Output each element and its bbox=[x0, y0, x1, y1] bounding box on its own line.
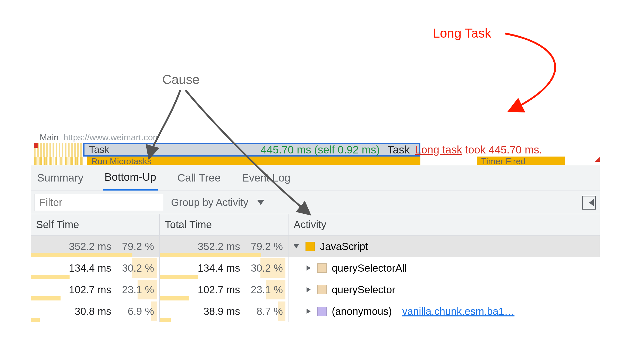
flame-warning-marker-right bbox=[595, 157, 600, 162]
flame-tooltip: 445.70 ms (self 0.92 ms) Task Long task … bbox=[261, 144, 542, 156]
activity-swatch bbox=[306, 242, 315, 251]
total-time-cell: 134.4 ms30.2 % bbox=[160, 257, 289, 279]
self-time-pct: 6.9 % bbox=[115, 306, 154, 317]
annotation-long-task: Long Task bbox=[433, 26, 491, 41]
total-time-cell: 352.2 ms79.2 % bbox=[160, 236, 289, 257]
self-time-pct: 23.1 % bbox=[115, 284, 154, 296]
bottom-up-table: Self Time Total Time Activity 352.2 ms79… bbox=[31, 214, 600, 322]
flame-tooltip-long-link[interactable]: Long task bbox=[415, 144, 462, 156]
chevron-right-icon[interactable] bbox=[307, 287, 311, 292]
flame-track-header: Main https://www.weimart.con bbox=[34, 132, 600, 143]
chevron-right-icon[interactable] bbox=[307, 265, 311, 271]
flame-graph-strip: Main https://www.weimart.con Task 445.70… bbox=[34, 132, 600, 165]
details-tabbar: Summary Bottom-Up Call Tree Event Log bbox=[31, 165, 600, 191]
chevron-down-icon bbox=[257, 200, 264, 205]
tab-bottom-up[interactable]: Bottom-Up bbox=[103, 165, 158, 191]
table-row[interactable]: 134.4 ms30.2 %134.4 ms30.2 %querySelecto… bbox=[31, 257, 600, 279]
group-by-dropdown[interactable]: Group by Activity bbox=[171, 197, 264, 208]
activity-swatch bbox=[317, 285, 327, 294]
activity-label: JavaScript bbox=[320, 241, 368, 252]
total-time-pct: 23.1 % bbox=[244, 284, 283, 296]
self-time-cell: 352.2 ms79.2 % bbox=[31, 236, 160, 257]
flame-track-label: Main bbox=[40, 132, 59, 142]
self-time-ms: 352.2 ms bbox=[69, 241, 111, 252]
total-time-ms: 38.9 ms bbox=[204, 306, 240, 317]
self-time-ms: 102.7 ms bbox=[69, 284, 111, 296]
activity-source-link[interactable]: vanilla.chunk.esm.ba1… bbox=[402, 306, 514, 317]
activity-label: querySelector bbox=[332, 284, 395, 296]
table-row[interactable]: 352.2 ms79.2 %352.2 ms79.2 %JavaScript bbox=[31, 236, 600, 257]
flame-warning-marker-left bbox=[34, 143, 38, 148]
total-time-pct: 79.2 % bbox=[244, 241, 283, 252]
total-time-ms: 134.4 ms bbox=[198, 262, 240, 274]
annotation-cause: Cause bbox=[162, 72, 200, 87]
flame-timer-bar[interactable]: Timer Fired bbox=[477, 157, 565, 166]
self-time-cell: 30.8 ms6.9 % bbox=[31, 300, 160, 322]
toggle-sidebar-icon[interactable] bbox=[582, 196, 596, 210]
total-time-pct: 30.2 % bbox=[244, 262, 283, 274]
flame-microtasks-bar[interactable]: Run Microtasks bbox=[87, 157, 420, 166]
tab-summary[interactable]: Summary bbox=[36, 165, 85, 191]
activity-swatch bbox=[317, 307, 327, 316]
table-header: Self Time Total Time Activity bbox=[31, 214, 600, 236]
activity-label: querySelectorAll bbox=[332, 262, 407, 274]
activity-cell: querySelector bbox=[289, 279, 600, 300]
activity-swatch bbox=[317, 263, 327, 273]
total-time-ms: 352.2 ms bbox=[198, 241, 240, 252]
group-by-label: Group by Activity bbox=[171, 197, 248, 208]
self-time-cell: 134.4 ms30.2 % bbox=[31, 257, 160, 279]
table-row[interactable]: 30.8 ms6.9 %38.9 ms8.7 %(anonymous) vani… bbox=[31, 300, 600, 322]
flame-barcodes-2 bbox=[34, 157, 83, 165]
tab-event-log[interactable]: Event Log bbox=[240, 165, 292, 191]
col-self-time[interactable]: Self Time bbox=[31, 214, 160, 235]
total-time-cell: 38.9 ms8.7 % bbox=[160, 300, 289, 322]
total-time-pct: 8.7 % bbox=[244, 306, 283, 317]
chevron-right-icon[interactable] bbox=[307, 309, 311, 314]
self-time-pct: 30.2 % bbox=[115, 262, 154, 274]
col-total-time[interactable]: Total Time bbox=[160, 214, 289, 235]
activity-cell: JavaScript bbox=[289, 236, 600, 257]
flame-task-label: Task bbox=[89, 144, 109, 155]
flame-tooltip-self: (self 0.92 ms) bbox=[314, 144, 380, 156]
self-time-pct: 79.2 % bbox=[115, 241, 154, 252]
self-time-cell: 102.7 ms23.1 % bbox=[31, 279, 160, 300]
tab-call-tree[interactable]: Call Tree bbox=[176, 165, 222, 191]
self-time-ms: 30.8 ms bbox=[75, 306, 111, 317]
activity-label: (anonymous) bbox=[332, 306, 392, 317]
flame-tooltip-task: Task bbox=[387, 144, 410, 156]
flame-tooltip-long: Long task took 445.70 ms. bbox=[415, 144, 542, 156]
total-time-cell: 102.7 ms23.1 % bbox=[160, 279, 289, 300]
chevron-down-icon[interactable] bbox=[294, 244, 299, 248]
flame-track-url: https://www.weimart.con bbox=[63, 132, 158, 142]
total-time-ms: 102.7 ms bbox=[198, 284, 240, 296]
table-row[interactable]: 102.7 ms23.1 %102.7 ms23.1 %querySelecto… bbox=[31, 279, 600, 300]
activity-cell: querySelectorAll bbox=[289, 257, 600, 279]
col-activity[interactable]: Activity bbox=[289, 214, 600, 235]
flame-tooltip-duration: 445.70 ms bbox=[261, 144, 311, 156]
filter-bar: Group by Activity bbox=[31, 191, 600, 214]
self-time-ms: 134.4 ms bbox=[69, 262, 111, 274]
filter-input[interactable] bbox=[35, 194, 163, 211]
activity-cell: (anonymous) vanilla.chunk.esm.ba1… bbox=[289, 300, 600, 322]
